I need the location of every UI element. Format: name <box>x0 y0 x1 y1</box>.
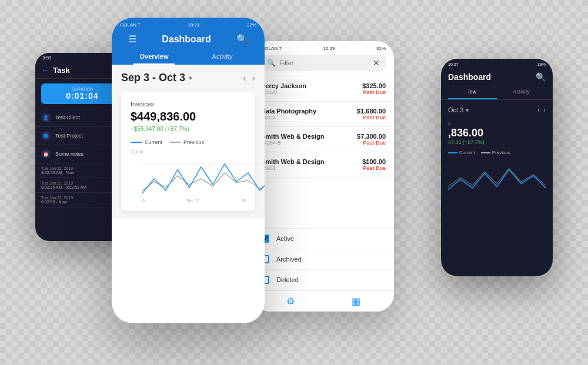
dashboard-top-bar: GOLAN T 10:21 22% ☰ Dashboard 🔍 Overview… <box>112 18 265 65</box>
x-label-sep15: Sep 15 <box>186 199 199 203</box>
duration-label: Duration <box>47 87 118 91</box>
dashboard-tabs: Overview Activity <box>120 48 256 65</box>
dark-next-arrow[interactable]: › <box>543 106 546 114</box>
client-name-2: Bala Photography <box>261 108 316 115</box>
phone-invoice: GOLAN T 10:29 31% 🔍 ✕ Percy Jackson $325… <box>253 41 394 312</box>
status-4: Past Due <box>363 165 386 171</box>
dashboard-battery: 22% <box>247 22 256 28</box>
invoice-status-bar: GOLAN T 10:29 31% <box>261 46 386 55</box>
tab-activity[interactable]: Activity <box>188 48 256 65</box>
dark-tabs: iew Activity <box>441 85 553 100</box>
dark-current-dot <box>448 152 457 153</box>
dark-tab-activity[interactable]: Activity <box>497 85 546 99</box>
dark-time: 10:27 <box>448 62 459 66</box>
dashboard-title: Dashboard <box>162 34 211 45</box>
hamburger-icon[interactable]: ☰ <box>128 34 136 45</box>
dark-previous-label: Previous <box>492 150 510 155</box>
filter-deleted[interactable]: Deleted <box>253 270 394 290</box>
task-title: Task <box>53 66 70 75</box>
date-selector: Sep 3 - Oct 3 ▾ ‹ › <box>121 72 255 84</box>
invoice-list: Percy Jackson $325.00 #i5428 Past Due Ba… <box>253 76 394 178</box>
filter-active-label: Active <box>276 235 294 242</box>
date-range-text: Sep 3 - Oct 3 <box>121 72 185 84</box>
duration-time: 0:01:04 <box>47 91 118 101</box>
dashboard-content: Sep 3 - Oct 3 ▾ ‹ › Invoices $449,836.00… <box>112 65 265 218</box>
date-next-arrow[interactable]: › <box>252 73 255 83</box>
invoices-card: Invoices $449,836.00 +$55,347.00 (+87.7%… <box>121 92 255 211</box>
client-icon: 👤 <box>41 113 51 122</box>
dark-nav-bar: Dashboard 🔍 <box>441 69 553 85</box>
dark-title: Dashboard <box>448 72 491 82</box>
grid-icon[interactable]: ▦ <box>352 296 360 307</box>
dark-previous-dot <box>481 152 490 153</box>
invoice-item-4[interactable]: Smith Web & Design $100.00 #8951 Past Du… <box>253 152 394 178</box>
dark-arrows: ‹ › <box>537 106 546 114</box>
legend-previous: Previous <box>169 139 204 145</box>
dark-date-dropdown[interactable]: ▾ <box>466 107 469 113</box>
dashboard-carrier: GOLAN T <box>120 22 141 28</box>
dark-current-label: Current <box>459 150 475 155</box>
date-dropdown-icon[interactable]: ▾ <box>189 74 192 82</box>
legend-current-label: Current <box>145 139 162 145</box>
dashboard-time: 10:21 <box>188 22 199 28</box>
back-arrow-icon[interactable]: ← <box>41 65 49 75</box>
status-2: Past Due <box>363 115 386 120</box>
search-input[interactable] <box>279 59 369 66</box>
x-label-sep29: 29 <box>241 199 246 203</box>
amount-1: $325.00 <box>362 82 386 89</box>
filter-icon[interactable]: ⚙ <box>286 296 295 307</box>
chart-y-label: 70,000 <box>131 150 143 154</box>
dark-prev-arrow[interactable]: ‹ <box>537 106 540 114</box>
dark-legend-previous: Previous <box>481 150 510 155</box>
filter-archived[interactable]: Archived <box>253 249 394 270</box>
project-icon: 🔵 <box>41 131 51 140</box>
date-prev-arrow[interactable]: ‹ <box>243 73 246 83</box>
legend-previous-label: Previous <box>183 139 204 145</box>
phones-container: 3:59 🔋 ← Task Duration 0:01:04 👤 Test Cl… <box>0 0 588 365</box>
filter-menu: ✓ Active Archived Deleted ⚙ ▦ <box>253 228 394 312</box>
phone-dark: 10:27 29% Dashboard 🔍 iew Activity Oct 3… <box>441 59 553 276</box>
filter-archived-label: Archived <box>276 256 302 263</box>
amount-4: $100.00 <box>362 158 386 165</box>
dark-date-row: Oct 3 ▾ ‹ › <box>448 106 546 114</box>
current-line <box>142 164 265 193</box>
invoice-item-1[interactable]: Percy Jackson $325.00 #i5428 Past Due <box>253 76 394 102</box>
dark-search-icon[interactable]: 🔍 <box>536 72 546 82</box>
tab-overview[interactable]: Overview <box>120 48 188 65</box>
client-text: Test Client <box>55 115 80 120</box>
invoice-item-3[interactable]: Smith Web & Design $7,300.00 #4284-B Pas… <box>253 127 394 152</box>
dark-date-text: Oct 3 <box>448 106 463 113</box>
dark-change: 47.00 (+87.7%) <box>448 139 546 145</box>
client-name-3: Smith Web & Design <box>261 133 324 140</box>
close-search-icon[interactable]: ✕ <box>373 58 380 68</box>
log-date-1: Tue Jan 22, 2019 <box>41 166 123 170</box>
task-time: 3:59 <box>42 55 52 61</box>
search-icon[interactable]: 🔍 <box>236 34 248 45</box>
dark-tab-view[interactable]: iew <box>448 85 497 99</box>
invoice-top-bar: GOLAN T 10:29 31% 🔍 ✕ <box>253 41 394 76</box>
log-date-3: Tue Jan 22, 2019 <box>41 196 123 200</box>
dark-top-bar: 10:27 29% <box>441 59 553 69</box>
dark-legend-current: Current <box>448 150 475 155</box>
dark-content: Oct 3 ▾ ‹ › s ,836.00 47.00 (+87.7%) Cur… <box>441 100 553 201</box>
dashboard-status-bar: GOLAN T 10:21 22% <box>120 22 256 30</box>
client-name-1: Percy Jackson <box>261 82 306 89</box>
dark-status-bar: 10:27 29% <box>448 62 546 69</box>
log-range-3: 9:02:53 - Now <box>41 200 123 204</box>
chart-x-labels: 0 Sep 15 29 <box>142 199 246 203</box>
phone-dashboard: GOLAN T 10:21 22% ☰ Dashboard 🔍 Overview… <box>112 18 265 323</box>
current-dot <box>131 142 142 143</box>
filter-active[interactable]: ✓ Active <box>253 229 394 249</box>
notes-icon: ⏰ <box>41 149 51 159</box>
invoice-item-2[interactable]: Bala Photography $1,680.00 #4824 Past Du… <box>253 102 394 127</box>
previous-line <box>142 173 265 190</box>
log-range-2: 9:02:25 AM - 9:02:51 AM <box>41 185 123 189</box>
previous-dot <box>169 142 181 143</box>
status-1: Past Due <box>363 89 386 95</box>
dark-chart <box>448 160 546 195</box>
invoice-search-bar[interactable]: 🔍 ✕ <box>261 55 386 71</box>
log-date-2: Tue Jan 22, 2019 <box>41 181 123 185</box>
filter-deleted-label: Deleted <box>276 276 299 283</box>
dark-battery: 29% <box>537 62 546 66</box>
project-text: Test Project <box>55 133 83 139</box>
